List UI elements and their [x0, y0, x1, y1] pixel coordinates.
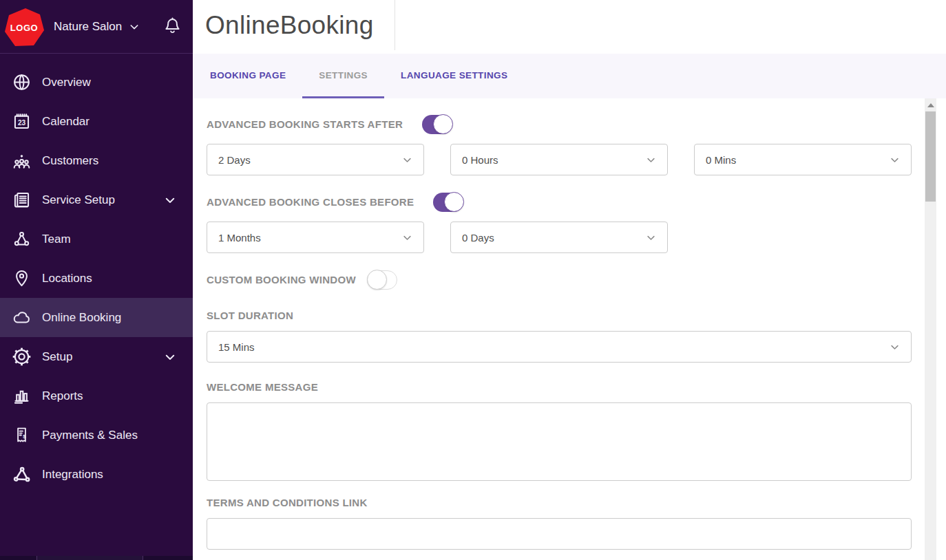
welcome-message-textarea[interactable] — [207, 402, 912, 481]
closes-before-days-select[interactable]: 0 Days — [450, 222, 668, 253]
page-header: OnlineBooking — [193, 0, 946, 54]
chevron-down-icon — [164, 194, 176, 206]
sidebar-item-service-setup[interactable]: Service Setup — [0, 180, 193, 219]
calendar-icon: 23 — [10, 111, 32, 132]
sidebar-item-customers[interactable]: Customers — [0, 141, 193, 180]
sidebar-item-label: Payments & Sales — [42, 429, 138, 442]
advanced-booking-starts-after-row: ADVANCED BOOKING STARTS AFTER — [207, 115, 912, 134]
select-value: 1 Months — [218, 232, 261, 244]
closes-before-selects: 1 Months 0 Days — [207, 222, 912, 253]
sidebar-item-online-booking[interactable]: Online Booking — [0, 298, 193, 337]
starts-after-days-select[interactable]: 2 Days — [207, 144, 424, 175]
sidebar-item-overview[interactable]: Overview — [0, 63, 193, 102]
advanced-booking-closes-before-toggle[interactable] — [433, 193, 463, 212]
sidebar-nav: Overview 23 Calendar — [0, 54, 193, 494]
advanced-booking-closes-before-row: ADVANCED BOOKING CLOSES BEFORE — [207, 193, 912, 212]
advanced-booking-starts-after-label: ADVANCED BOOKING STARTS AFTER — [207, 118, 403, 131]
starts-after-hours-select[interactable]: 0 Hours — [450, 144, 668, 175]
select-value: 0 Hours — [462, 154, 498, 166]
sidebar-item-label: Online Booking — [42, 311, 121, 325]
tab-settings[interactable]: SETTINGS — [302, 54, 384, 98]
sidebar-item-team[interactable]: Team — [0, 219, 193, 259]
svg-text:$: $ — [23, 433, 26, 440]
select-value: 2 Days — [218, 154, 251, 166]
starts-after-mins-select[interactable]: 0 Mins — [694, 144, 912, 175]
spacer — [694, 222, 912, 253]
terms-and-conditions-link-label: TERMS AND CONDITIONS LINK — [207, 497, 368, 508]
tab-bar: BOOKING PAGE SETTINGS LANGUAGE SETTINGS — [193, 54, 946, 98]
advanced-booking-closes-before-label: ADVANCED BOOKING CLOSES BEFORE — [207, 196, 414, 208]
sidebar-header: LOGO Nature Salon — [0, 0, 193, 54]
slot-duration-label: SLOT DURATION — [207, 310, 293, 321]
customers-icon — [10, 151, 32, 171]
sidebar-item-label: Calendar — [42, 115, 90, 129]
sidebar-item-integrations[interactable]: Integrations — [0, 455, 193, 494]
custom-booking-window-toggle[interactable] — [367, 270, 397, 290]
globe-icon — [10, 72, 32, 93]
chevron-down-icon — [890, 155, 900, 165]
slot-duration-select[interactable]: 15 Mins — [207, 331, 912, 363]
gear-icon — [10, 347, 32, 367]
main-area: OnlineBooking BOOKING PAGE SETTINGS LANG… — [193, 0, 946, 560]
sidebar-item-payments-sales[interactable]: $ Payments & Sales — [0, 416, 193, 455]
chevron-down-icon — [646, 155, 656, 165]
logo-text: LOGO — [3, 7, 45, 50]
chevron-down-icon — [164, 351, 176, 363]
app-window: LOGO Nature Salon — [0, 0, 946, 560]
page-title: OnlineBooking — [205, 11, 374, 40]
custom-booking-window-label: CUSTOM BOOKING WINDOW — [207, 274, 356, 286]
scrollbar-thumb[interactable] — [925, 111, 936, 202]
service-setup-icon — [10, 190, 32, 211]
sidebar-item-label: Setup — [42, 350, 72, 364]
page-title-box: OnlineBooking — [193, 0, 395, 50]
select-value: 0 Mins — [706, 154, 736, 166]
sidebar-item-label: Service Setup — [42, 193, 115, 207]
sidebar-item-label: Integrations — [42, 468, 103, 482]
team-icon — [10, 229, 32, 250]
sidebar-item-label: Locations — [42, 272, 92, 286]
svg-text:23: 23 — [17, 119, 25, 127]
advanced-booking-starts-after-toggle[interactable] — [422, 115, 452, 134]
starts-after-selects: 2 Days 0 Hours 0 Mins — [207, 144, 912, 175]
select-value: 15 Mins — [218, 341, 255, 353]
settings-content: ADVANCED BOOKING STARTS AFTER 2 Days 0 H… — [193, 98, 946, 560]
toggle-knob — [444, 192, 464, 212]
cloud-icon — [10, 308, 32, 328]
location-pin-icon — [10, 268, 32, 289]
custom-booking-window-row: CUSTOM BOOKING WINDOW — [207, 270, 912, 290]
salon-name: Nature Salon — [54, 20, 122, 34]
sidebar-item-label: Reports — [42, 389, 83, 403]
toggle-knob — [367, 270, 387, 290]
vertical-scrollbar[interactable] — [925, 98, 936, 560]
bar-chart-icon — [10, 386, 32, 407]
closes-before-months-select[interactable]: 1 Months — [207, 222, 424, 253]
chevron-down-icon — [890, 342, 900, 352]
sidebar: LOGO Nature Salon — [0, 0, 193, 560]
terms-and-conditions-link-input[interactable] — [207, 518, 912, 550]
sidebar-horizontal-scrollbar[interactable] — [0, 556, 193, 560]
tab-language-settings[interactable]: LANGUAGE SETTINGS — [384, 54, 524, 98]
salon-chevron-down-icon[interactable] — [129, 21, 140, 32]
salon-logo[interactable]: LOGO — [3, 7, 45, 50]
sidebar-item-label: Team — [42, 233, 71, 246]
receipt-icon: $ — [10, 425, 32, 446]
sidebar-item-reports[interactable]: Reports — [0, 376, 193, 416]
chevron-down-icon — [646, 233, 656, 243]
tab-booking-page[interactable]: BOOKING PAGE — [193, 54, 302, 98]
sidebar-item-label: Overview — [42, 76, 91, 89]
toggle-knob — [433, 114, 453, 134]
integrations-icon — [10, 464, 32, 485]
sidebar-hscroll-thumb[interactable] — [36, 556, 143, 560]
sidebar-item-calendar[interactable]: 23 Calendar — [0, 102, 193, 141]
sidebar-item-label: Customers — [42, 154, 98, 168]
chevron-down-icon — [402, 233, 412, 243]
chevron-down-icon — [402, 155, 412, 165]
scrollbar-arrow-up-icon[interactable] — [927, 103, 934, 107]
sidebar-item-setup[interactable]: Setup — [0, 337, 193, 376]
welcome-message-label: WELCOME MESSAGE — [207, 381, 318, 393]
notification-bell-icon[interactable] — [163, 17, 182, 37]
select-value: 0 Days — [462, 232, 494, 244]
sidebar-item-locations[interactable]: Locations — [0, 259, 193, 298]
